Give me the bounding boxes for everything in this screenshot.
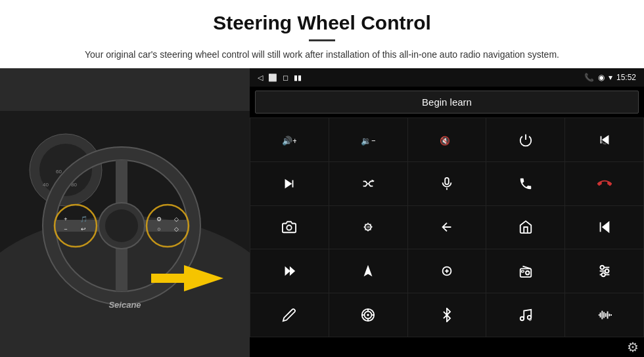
vol-down-icon: 🔉− [361,133,375,147]
mic-button[interactable] [408,162,486,205]
skip-back-button[interactable] [565,206,643,249]
status-bar: ◁ ⬜ ◻ ▮▮ 📞 ◉ ▾ 15:52 [250,68,644,87]
svg-rect-26 [151,274,187,283]
sliders-button[interactable] [565,249,643,293]
svg-marker-37 [364,265,373,276]
svg-text:360°: 360° [366,226,373,229]
vol-down-button[interactable]: 🔉− [329,118,407,161]
settings-gear-icon[interactable]: ⚙ [627,339,639,355]
svg-text:↩: ↩ [81,226,86,232]
steering-wheel-image: 60 40 80 + 🎵 [0,68,250,357]
skip-back-icon [597,220,612,234]
svg-text:◇: ◇ [174,226,179,232]
settings-bar: ⚙ [250,337,644,357]
svg-point-52 [367,314,369,316]
waveform-icon [597,308,612,322]
nav-icon [361,264,375,278]
svg-point-57 [520,317,524,321]
svg-point-14 [105,209,138,242]
control-panel: ◁ ⬜ ◻ ▮▮ 📞 ◉ ▾ 15:52 Begin learn [250,68,644,357]
eq-icon [440,264,454,278]
back-nav-icon [440,220,454,234]
status-left: ◁ ⬜ ◻ ▮▮ [258,74,302,82]
header-section: Steering Wheel Control Your original car… [0,0,644,68]
controls-grid: 🔊+ 🔉− 🔇 📞 [250,117,644,337]
vol-up-icon: 🔊+ [282,133,296,147]
wifi-icon: ▾ [609,73,612,82]
radio-icon [518,264,533,278]
square-icon: ◻ [283,74,288,82]
shuffle-icon [361,177,375,191]
power-icon [518,133,533,147]
svg-text:🎵: 🎵 [80,215,88,223]
subtitle: Your original car's steering wheel contr… [72,48,572,62]
hang-up-button[interactable] [565,162,643,205]
svg-text:○: ○ [157,226,160,232]
power-button[interactable] [486,118,564,161]
svg-text:⚙: ⚙ [156,216,162,222]
svg-rect-43 [521,270,524,272]
svg-text:40: 40 [43,182,49,188]
eq-button[interactable] [408,249,486,293]
bluetooth-button[interactable] [408,293,486,337]
svg-point-42 [526,271,530,275]
svg-text:−: − [64,226,67,232]
fast-fwd-button[interactable] [250,249,329,293]
svg-text:+: + [64,216,67,222]
content-area: 60 40 80 + 🎵 [0,68,644,357]
phone-icon [518,177,533,191]
waveform-button[interactable] [565,293,643,337]
sliders-icon [597,264,612,278]
begin-learn-button[interactable]: Begin learn [255,91,639,114]
svg-text:🔉−: 🔉− [361,135,375,146]
time-display: 15:52 [616,73,636,82]
vol-up-button[interactable]: 🔊+ [250,118,329,161]
page-title: Steering Wheel Control [26,12,618,34]
bluetooth-icon [440,308,454,322]
hang-up-icon [597,177,612,191]
page-container: Steering Wheel Control Your original car… [0,0,644,357]
vol-mute-icon: 🔇 [440,133,454,147]
svg-point-49 [601,273,605,277]
home-icon [518,220,533,234]
pen-button[interactable] [250,293,329,337]
phone-button[interactable] [486,162,564,205]
mic-icon [440,177,454,191]
radio-button[interactable] [486,249,564,293]
target-button[interactable] [329,293,407,337]
fast-fwd-icon [282,264,296,278]
status-right: 📞 ◉ ▾ 15:52 [584,73,636,82]
location-icon: ◉ [598,73,605,82]
svg-point-34 [287,226,292,230]
vol-mute-button[interactable]: 🔇 [408,118,486,161]
svg-text:⚙: ⚙ [528,318,531,322]
nav-button[interactable] [329,249,407,293]
panorama-icon: 360° [361,220,375,234]
prev-track-icon: 📞 [597,133,612,147]
target-icon [361,308,375,322]
camera-button[interactable] [250,206,329,249]
window-icon: ⬜ [268,74,277,82]
prev-track-button[interactable]: 📞 [565,118,643,161]
phone-status-icon: 📞 [584,73,594,82]
shuffle-button[interactable] [329,162,407,205]
svg-text:📞: 📞 [600,139,607,145]
signal-icon: ▮▮ [294,74,302,82]
camera-icon [282,220,296,234]
svg-text:🔊+: 🔊+ [282,135,296,146]
music-settings-button[interactable]: ⚙ [486,293,564,337]
title-divider [309,39,335,41]
pen-icon [282,308,296,322]
begin-learn-row: Begin learn [250,87,644,117]
svg-text:60: 60 [56,169,62,175]
home-button[interactable] [486,206,564,249]
steering-wheel-panel: 60 40 80 + 🎵 [0,68,250,357]
svg-point-47 [600,266,604,270]
back-arrow-icon: ◁ [258,74,263,82]
panorama-button[interactable]: 360° [329,206,407,249]
svg-text:🔇: 🔇 [440,135,451,146]
music-settings-icon: ⚙ [518,308,533,322]
next-button[interactable] [250,162,329,205]
back-nav-button[interactable] [408,206,486,249]
svg-rect-33 [445,178,449,184]
